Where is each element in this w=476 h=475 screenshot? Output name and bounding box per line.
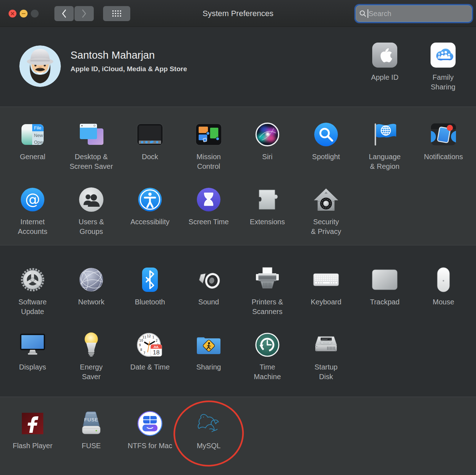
pref-startup-disk[interactable]: Startup Disk	[297, 331, 355, 382]
pref-language-region[interactable]: Language & Region	[355, 121, 414, 171]
bluetooth-icon	[142, 266, 158, 294]
mysql-icon	[195, 410, 223, 437]
back-button[interactable]	[54, 6, 74, 21]
siri-icon	[255, 121, 280, 148]
notifications-icon	[431, 121, 456, 148]
family-sharing-icon	[430, 42, 456, 68]
svg-text:12: 12	[147, 334, 151, 338]
keyboard-icon	[313, 266, 339, 294]
pref-mysql[interactable]: MySQL	[179, 410, 238, 460]
pref-row-2: @ Internet Accounts	[0, 186, 476, 236]
pref-printers-scanners[interactable]: Printers & Scanners	[238, 266, 297, 317]
svg-text:10: 10	[139, 339, 143, 342]
displays-icon	[19, 331, 46, 359]
sharing-icon	[195, 331, 222, 359]
family-sharing-label: Family Sharing	[431, 73, 456, 92]
pref-spotlight[interactable]: Spotlight	[297, 121, 355, 171]
svg-text:18: 18	[153, 349, 160, 356]
close-button[interactable]	[9, 10, 16, 18]
sound-icon	[196, 266, 221, 294]
zoom-button-disabled	[31, 10, 39, 18]
chevron-right-icon	[81, 9, 87, 18]
pref-date-time[interactable]: 12123 7891011 JUL 18	[121, 331, 179, 382]
show-all-button[interactable]	[103, 6, 130, 21]
chevron-left-icon	[61, 9, 67, 18]
pref-family-sharing[interactable]: Family Sharing	[423, 42, 463, 92]
svg-text:9: 9	[139, 343, 141, 347]
search-icon	[359, 10, 366, 17]
pref-siri[interactable]: Siri	[238, 121, 297, 171]
pref-displays[interactable]: Displays	[3, 331, 62, 382]
energy-saver-icon	[83, 331, 99, 359]
ntfs-for-mac-icon	[137, 410, 163, 437]
svg-text:File: File	[34, 126, 41, 131]
extensions-icon	[254, 186, 281, 214]
pref-dock[interactable]: Dock	[121, 121, 179, 171]
screen-time-icon	[196, 186, 221, 214]
pref-users-groups[interactable]: Users & Groups	[62, 186, 121, 236]
printers-scanners-icon	[255, 266, 280, 294]
pref-screen-time[interactable]: Screen Time	[179, 186, 238, 236]
apple-id-label: Apple ID	[371, 73, 399, 92]
pref-trackpad[interactable]: Trackpad	[355, 266, 414, 317]
svg-text:8: 8	[140, 348, 142, 352]
trackpad-icon	[372, 266, 398, 294]
account-name: Santosh Maharjan	[71, 49, 155, 61]
pref-general[interactable]: File New Open General	[3, 121, 62, 171]
date-time-icon: 12123 7891011 JUL 18	[136, 331, 164, 359]
general-icon: File New Open	[21, 121, 44, 148]
account-subtitle: Apple ID, iCloud, Media & App Store	[71, 65, 187, 73]
svg-text:1: 1	[152, 336, 154, 339]
pref-extensions[interactable]: Extensions	[238, 186, 297, 236]
pref-security-privacy[interactable]: Security & Privacy	[297, 186, 355, 236]
memoji-avatar-icon	[19, 45, 61, 87]
pref-mission-control[interactable]: Mission Control	[179, 121, 238, 171]
grid-icon	[112, 10, 121, 17]
pref-mouse[interactable]: Mouse	[414, 266, 473, 317]
search-field[interactable]	[356, 5, 472, 22]
flash-player-icon	[21, 410, 44, 437]
pref-row-4: Displays Energy Saver	[0, 331, 476, 382]
pref-row-1: File New Open General	[0, 121, 476, 171]
mouse-icon	[437, 266, 450, 294]
pref-sharing[interactable]: Sharing	[179, 331, 238, 382]
forward-button-disabled[interactable]	[74, 6, 94, 21]
system-prefs-section-1: File New Open General	[0, 107, 476, 245]
avatar[interactable]	[19, 45, 61, 87]
pref-accessibility[interactable]: Accessibility	[121, 186, 179, 236]
pref-desktop-screensaver[interactable]: Desktop & Screen Saver	[62, 121, 121, 171]
time-machine-icon	[255, 331, 280, 359]
pref-keyboard[interactable]: Keyboard	[297, 266, 355, 317]
pref-apple-id[interactable]: Apple ID	[365, 42, 405, 92]
svg-text:2: 2	[156, 339, 157, 342]
title-bar: System Preferences	[0, 0, 476, 27]
pref-energy-saver[interactable]: Energy Saver	[62, 331, 121, 382]
network-icon	[79, 266, 104, 294]
svg-text:FUSE: FUSE	[84, 417, 98, 422]
minimize-icon	[21, 13, 26, 14]
pref-internet-accounts[interactable]: @ Internet Accounts	[3, 186, 62, 236]
minimize-button[interactable]	[20, 10, 28, 18]
pref-fuse[interactable]: FUSE FUSE	[62, 410, 121, 460]
pref-flash-player[interactable]: Flash Player	[3, 410, 62, 460]
pref-notifications[interactable]: Notifications	[414, 121, 473, 171]
pref-sound[interactable]: Sound	[179, 266, 238, 317]
language-region-icon	[371, 121, 398, 148]
fuse-icon: FUSE	[79, 410, 103, 437]
pref-ntfs-for-mac[interactable]: NTFS for Mac	[121, 410, 179, 460]
svg-text:Open: Open	[34, 140, 44, 145]
pref-software-update[interactable]: Software Update	[3, 266, 62, 317]
window-controls	[9, 10, 39, 18]
pref-time-machine[interactable]: Time Machine	[238, 331, 297, 382]
pref-row-3: Software Update	[0, 266, 476, 317]
svg-text:@: @	[25, 191, 40, 208]
desktop-screensaver-icon	[78, 121, 105, 148]
svg-text:11: 11	[142, 336, 146, 339]
search-input[interactable]	[368, 10, 471, 18]
system-preferences-window: System Preferences	[0, 0, 476, 475]
pref-bluetooth[interactable]: Bluetooth	[121, 266, 179, 317]
internet-accounts-icon: @	[20, 186, 45, 214]
account-section: Santosh Maharjan Apple ID, iCloud, Media…	[0, 28, 476, 107]
users-groups-icon	[79, 186, 104, 214]
pref-network[interactable]: Network	[62, 266, 121, 317]
